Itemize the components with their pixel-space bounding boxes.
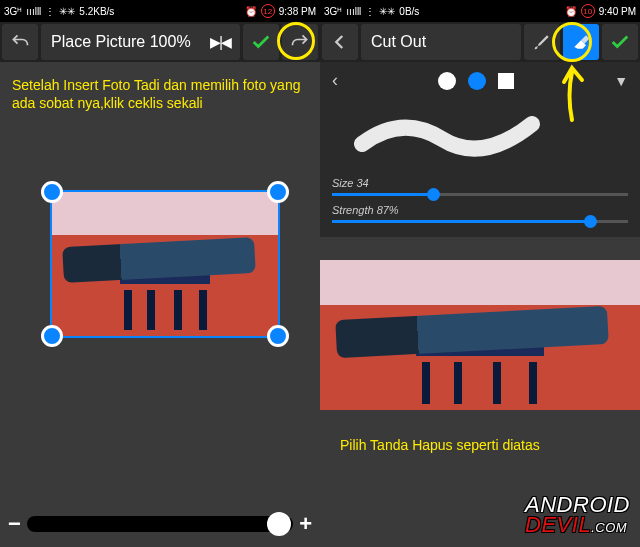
eraser-tool-button[interactable] [563, 24, 599, 60]
brush-panel: ‹ ▼ Size 34 St [320, 62, 640, 237]
collapse-icon[interactable]: ‹ [332, 70, 338, 91]
clock: 9:40 PM [599, 6, 636, 17]
alarm-icon: ⏰ [565, 6, 577, 17]
confirm-button[interactable] [602, 24, 638, 60]
status-bar: 3Gᴴ ııılll ⋮ ✳✳ 5.2KB/s ⏰ 12 9:38 PM [0, 0, 320, 22]
flip-icon: ▶|◀ [210, 34, 230, 50]
clock: 9:38 PM [279, 6, 316, 17]
bbm-icon: ✳✳ [379, 6, 395, 17]
watermark: ANDROID DEVIL.COM [525, 495, 630, 535]
shape-circle-selected[interactable] [468, 72, 486, 90]
alarm-icon: ⏰ [245, 6, 257, 17]
toolbar: Cut Out [320, 22, 640, 62]
photo-frame[interactable] [50, 190, 280, 338]
network-icon: 3Gᴴ [324, 6, 342, 17]
expand-icon[interactable]: ▼ [614, 73, 628, 89]
resize-handle-tr[interactable] [267, 181, 289, 203]
screen-place-picture: 3Gᴴ ııılll ⋮ ✳✳ 5.2KB/s ⏰ 12 9:38 PM Pla… [0, 0, 320, 547]
strength-label: Strength 87% [332, 204, 399, 216]
zoom-in-button[interactable]: + [299, 511, 312, 537]
confirm-button[interactable] [243, 24, 279, 60]
resize-handle-tl[interactable] [41, 181, 63, 203]
size-slider[interactable] [332, 193, 628, 196]
signal-icon: ııılll [26, 6, 41, 17]
mode-label[interactable]: Place Picture 100% ▶|◀ [41, 24, 240, 60]
strength-slider-row: Strength 87% [332, 204, 628, 223]
strength-slider[interactable] [332, 220, 628, 223]
brush-tool-button[interactable] [524, 24, 560, 60]
status-bar: 3Gᴴ ııılll ⋮ ✳✳ 0B/s ⏰ 10 9:40 PM [320, 0, 640, 22]
battery-indicator: 12 [261, 4, 275, 18]
screen-cut-out: 3Gᴴ ııılll ⋮ ✳✳ 0B/s ⏰ 10 9:40 PM Cut Ou… [320, 0, 640, 547]
bbm-icon: ✳✳ [59, 6, 75, 17]
canvas-photo[interactable] [320, 260, 640, 410]
toolbar: Place Picture 100% ▶|◀ [0, 22, 320, 62]
shape-circle-solid[interactable] [438, 72, 456, 90]
shape-square[interactable] [498, 73, 514, 89]
redo-button[interactable] [282, 24, 318, 60]
zoom-slider[interactable] [27, 516, 293, 532]
network-icon: 3Gᴴ [4, 6, 22, 17]
brush-preview [332, 99, 628, 169]
zoom-out-button[interactable]: − [8, 511, 21, 537]
battery-indicator: 10 [581, 4, 595, 18]
net-speed: 0B/s [399, 6, 419, 17]
mode-label[interactable]: Cut Out [361, 24, 521, 60]
instruction-text: Setelah Insert Foto Tadi dan memilih fot… [0, 62, 320, 126]
photo-content [52, 192, 278, 336]
back-button[interactable] [322, 24, 358, 60]
size-label: Size 34 [332, 177, 369, 189]
watermark-line2: DEVIL [525, 512, 591, 537]
mode-label-text: Cut Out [371, 33, 426, 51]
resize-handle-br[interactable] [267, 325, 289, 347]
watermark-suffix: .COM [591, 520, 627, 535]
undo-button[interactable] [2, 24, 38, 60]
zoom-thumb[interactable] [267, 512, 291, 536]
net-speed: 5.2KB/s [79, 6, 114, 17]
signal-icon: ııılll [346, 6, 361, 17]
size-slider-row: Size 34 [332, 177, 628, 196]
zoom-bar: − + [8, 509, 312, 539]
mode-label-text: Place Picture 100% [51, 33, 191, 51]
resize-handle-bl[interactable] [41, 325, 63, 347]
instruction-text: Pilih Tanda Hapus seperti diatas [320, 428, 640, 462]
